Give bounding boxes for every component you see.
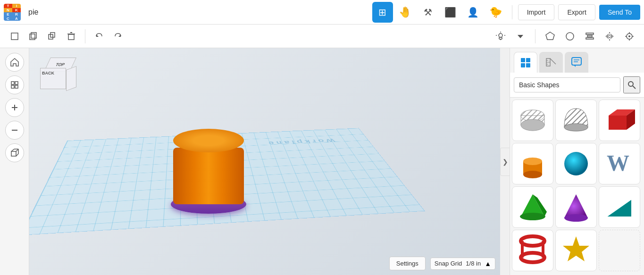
svg-rect-20 xyxy=(587,35,592,37)
right-panel-tabs xyxy=(510,48,644,73)
settings-button[interactable]: Settings xyxy=(389,257,426,270)
shape-pyramid[interactable] xyxy=(512,186,553,228)
shape-text[interactable]: W xyxy=(599,143,640,184)
build-button[interactable]: ⚒ xyxy=(418,2,438,23)
svg-rect-19 xyxy=(586,33,594,34)
toolbar-right-tools xyxy=(492,27,638,45)
add-user-button[interactable]: 👤 xyxy=(463,2,484,23)
zoom-in-button[interactable] xyxy=(5,98,24,117)
copy-button[interactable] xyxy=(25,27,42,45)
stamp-tool-button[interactable] xyxy=(620,27,638,45)
logo-i: I xyxy=(12,4,21,8)
svg-rect-39 xyxy=(11,151,16,156)
project-name[interactable]: pie xyxy=(28,8,38,17)
svg-rect-54 xyxy=(572,58,581,65)
new-button[interactable] xyxy=(6,27,24,45)
svg-marker-9 xyxy=(118,34,121,37)
snap-grid-dropdown[interactable]: ▲ xyxy=(485,260,491,267)
shapes-grid: W xyxy=(510,98,644,275)
shape-red-box[interactable] xyxy=(599,100,640,141)
shape-wedge[interactable] xyxy=(599,186,640,228)
svg-rect-35 xyxy=(15,85,18,88)
right-panel: Basic Shapes xyxy=(510,48,644,275)
shape-star[interactable] xyxy=(555,230,597,271)
dropdown-arrow-button[interactable] xyxy=(511,27,529,45)
shape-search-area: Basic Shapes xyxy=(510,73,644,98)
svg-text:W: W xyxy=(607,150,629,175)
send-to-button[interactable]: Send To xyxy=(599,5,640,20)
polygon-tool-button[interactable] xyxy=(541,27,559,45)
toggle-panel-button[interactable]: ❯ xyxy=(500,148,510,176)
snap-grid-value: 1/8 in xyxy=(466,260,481,267)
perspective-button[interactable] xyxy=(5,143,24,162)
home-view-button[interactable] xyxy=(5,53,24,72)
logo-r: R xyxy=(12,12,21,17)
svg-marker-16 xyxy=(518,35,523,38)
viewport[interactable]: Workplane TOP BACK Settings xyxy=(29,48,500,275)
svg-rect-46 xyxy=(526,58,530,62)
mirror-tool-button[interactable] xyxy=(601,27,619,45)
cylinder-body[interactable] xyxy=(173,148,244,204)
blocks-button[interactable]: ⬛ xyxy=(440,2,461,23)
align-tool-button[interactable] xyxy=(581,27,599,45)
svg-rect-21 xyxy=(586,38,594,39)
shape-curved[interactable] xyxy=(555,100,597,141)
svg-rect-5 xyxy=(68,34,74,40)
svg-line-59 xyxy=(633,86,636,89)
undo-button[interactable] xyxy=(90,27,108,45)
community-button[interactable]: 🤚 xyxy=(395,2,416,23)
svg-rect-47 xyxy=(521,63,525,67)
notes-tab[interactable] xyxy=(565,52,588,73)
shape-striped[interactable] xyxy=(512,100,553,141)
svg-rect-2 xyxy=(31,33,36,38)
settings-bar: Settings Snap Grid 1/8 in ▲ xyxy=(389,257,495,270)
svg-rect-15 xyxy=(499,37,502,39)
header-nav-icons: ⊞ 🤚 ⚒ ⬛ 👤 🐤 xyxy=(372,2,506,23)
svg-rect-33 xyxy=(15,82,18,84)
grid-view-button[interactable]: ⊞ xyxy=(372,2,393,23)
toolbar xyxy=(0,25,644,48)
avatar-button[interactable]: 🐤 xyxy=(485,2,506,23)
category-select[interactable]: Basic Shapes xyxy=(514,77,620,92)
zoom-out-button[interactable] xyxy=(5,121,24,140)
svg-marker-23 xyxy=(605,33,609,39)
main-area: Workplane TOP BACK Settings xyxy=(0,48,644,275)
shapes-row-3 xyxy=(512,186,642,228)
fit-view-button[interactable] xyxy=(5,75,24,94)
svg-marker-87 xyxy=(563,236,589,261)
shape-cone[interactable] xyxy=(555,186,597,228)
svg-point-26 xyxy=(628,35,630,37)
export-button[interactable]: Export xyxy=(558,4,595,20)
svg-rect-1 xyxy=(30,34,35,40)
duplicate-button[interactable] xyxy=(43,27,61,45)
circle-tool-button[interactable] xyxy=(561,27,579,45)
light-button[interactable] xyxy=(492,27,510,45)
logo-n: N xyxy=(4,8,12,12)
logo-k: K xyxy=(12,8,21,12)
shape-cylinder[interactable] xyxy=(512,143,553,184)
search-button[interactable] xyxy=(623,76,640,93)
shape-sphere[interactable] xyxy=(555,143,597,184)
ruler-tab[interactable] xyxy=(539,52,563,73)
import-button[interactable]: Import xyxy=(518,4,555,20)
svg-rect-45 xyxy=(521,58,525,62)
tinkercad-logo[interactable]: T I N K E R C A xyxy=(4,4,21,21)
cube-right-face xyxy=(66,66,76,91)
header: T I N K E R C A pie ⊞ 🤚 ⚒ ⬛ 👤 🐤 Import E… xyxy=(0,0,644,25)
shapes-tab[interactable] xyxy=(514,52,537,73)
delete-button[interactable] xyxy=(62,27,80,45)
redo-button[interactable] xyxy=(109,27,127,45)
cylinder-top xyxy=(173,129,244,152)
svg-point-83 xyxy=(521,236,544,246)
shape-empty[interactable] xyxy=(599,230,640,271)
scene[interactable]: Workplane TOP BACK Settings xyxy=(29,48,500,275)
svg-marker-82 xyxy=(608,200,631,217)
svg-rect-0 xyxy=(11,33,18,40)
svg-point-18 xyxy=(566,33,574,40)
shapes-row-1 xyxy=(512,100,642,141)
shape-tube[interactable] xyxy=(512,230,553,271)
svg-point-86 xyxy=(521,253,544,262)
logo-e: E xyxy=(4,12,12,17)
toggle-icon: ❯ xyxy=(502,158,508,166)
orientation-cube[interactable]: TOP BACK xyxy=(39,58,76,95)
